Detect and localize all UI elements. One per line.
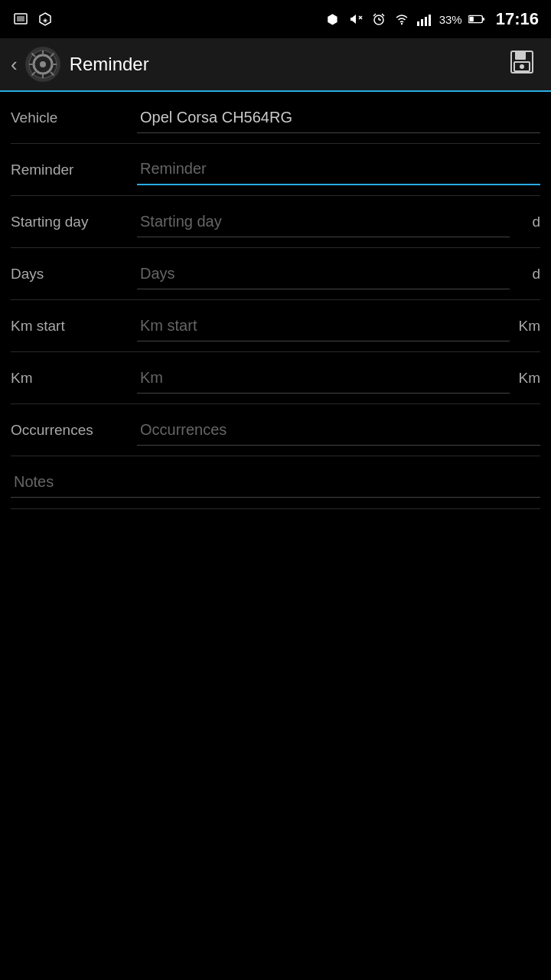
reminder-row: Reminder [11,144,540,196]
alarm-icon [370,11,387,28]
status-bar: ◈ ⬢ [0,0,551,38]
svg-rect-19 [469,17,474,21]
svg-rect-14 [421,19,423,26]
starting-day-unit: d [517,214,540,230]
wifi-icon [393,11,410,28]
svg-rect-1 [17,16,24,21]
status-time: 17:16 [496,9,539,29]
occurrences-row: Occurrences [11,404,540,456]
hex-icon: ◈ [37,11,54,28]
notes-input[interactable] [11,467,540,498]
form-container: Vehicle Opel Corsa CH564RG Reminder Star… [0,92,551,509]
vehicle-input-wrap: Opel Corsa CH564RG [137,103,540,133]
svg-rect-15 [425,17,427,26]
starting-day-row: Starting day d [11,196,540,248]
km-unit: Km [517,370,540,387]
svg-rect-32 [515,51,526,60]
km-start-label: Km start [11,318,137,335]
back-button[interactable]: ‹ [11,53,18,77]
reminder-label: Reminder [11,162,137,178]
starting-day-input[interactable] [137,207,510,237]
starting-day-input-wrap[interactable] [137,207,510,237]
app-bar: ‹ Reminder [0,38,551,92]
km-start-row: Km start Km [11,300,540,352]
mute-icon [347,11,364,28]
svg-point-34 [520,64,524,69]
km-label: Km [11,370,137,387]
km-start-unit: Km [517,318,540,335]
app-icon [25,47,60,82]
days-input[interactable] [137,259,510,289]
svg-point-12 [400,23,402,24]
occurrences-label: Occurrences [11,422,137,439]
screenshot-icon [12,11,29,28]
vehicle-row: Vehicle Opel Corsa CH564RG [11,92,540,144]
reminder-input[interactable] [137,154,540,185]
notes-row [11,456,540,509]
km-input-wrap[interactable] [137,363,510,394]
status-left-icons: ◈ [12,11,54,28]
svg-rect-18 [482,18,484,21]
app-title: Reminder [70,54,504,75]
reminder-input-wrap[interactable] [137,154,540,185]
days-label: Days [11,266,137,283]
vehicle-label: Vehicle [11,109,137,126]
svg-rect-13 [417,21,419,26]
occurrences-input-wrap[interactable] [137,415,540,446]
starting-day-label: Starting day [11,214,137,230]
svg-text:◈: ◈ [43,17,48,24]
battery-percentage: 33% [439,13,462,26]
occurrences-input[interactable] [137,415,540,446]
signal-icon [416,11,433,28]
svg-line-10 [373,14,376,16]
svg-rect-16 [429,15,431,26]
bluetooth-icon: ⬢ [324,11,341,28]
svg-line-11 [382,14,384,16]
days-row: Days d [11,248,540,300]
vehicle-value: Opel Corsa CH564RG [137,103,540,133]
save-button[interactable] [504,44,540,86]
days-unit: d [517,266,540,283]
status-right-icons: ⬢ [324,9,539,29]
km-start-input-wrap[interactable] [137,311,510,341]
km-row: Km Km [11,352,540,404]
km-start-input[interactable] [137,311,510,341]
svg-point-22 [40,61,46,67]
days-input-wrap[interactable] [137,259,510,289]
km-input[interactable] [137,363,510,394]
svg-marker-4 [350,15,356,24]
battery-icon [468,11,485,28]
